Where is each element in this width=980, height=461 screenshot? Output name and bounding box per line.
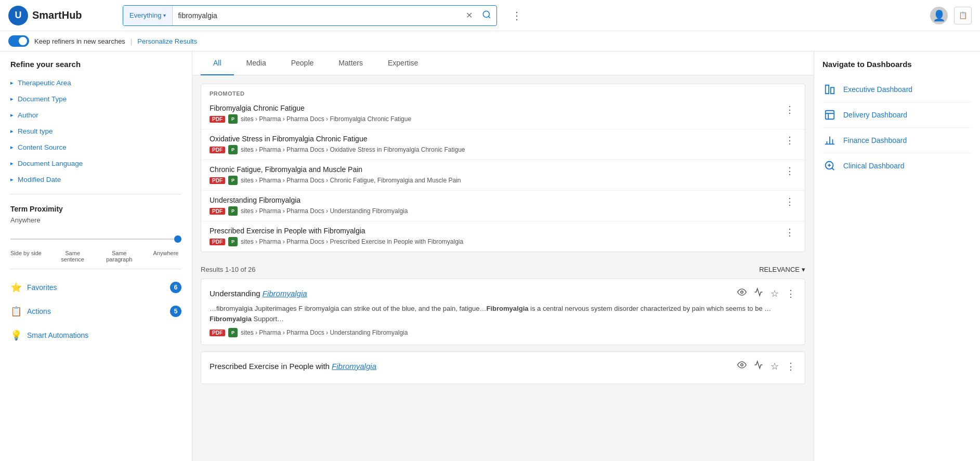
arrow-icon: ▸ bbox=[10, 96, 14, 102]
sidebar-divider bbox=[10, 194, 181, 194]
search-bar: Everything ▾ ✕ bbox=[123, 5, 497, 26]
filter-author[interactable]: ▸ Author bbox=[0, 107, 192, 123]
sidebar-divider-2 bbox=[10, 269, 181, 269]
header: U SmartHub Everything ▾ ✕ ⋮ 👤 📋 bbox=[0, 0, 980, 31]
arrow-icon: ▸ bbox=[10, 176, 14, 183]
slider-thumb[interactable] bbox=[174, 235, 181, 243]
clipboard-button[interactable]: 📋 bbox=[954, 7, 972, 24]
promoted-item: Prescribed Exercise in People with Fibro… bbox=[201, 221, 805, 252]
logo-area: U SmartHub bbox=[8, 6, 112, 25]
result-title[interactable]: Prescribed Exercise in People with Fibro… bbox=[210, 362, 376, 371]
promoted-item-more-button[interactable]: ⋮ bbox=[783, 135, 796, 146]
favorites-item[interactable]: ⭐ Favorites 6 bbox=[0, 275, 192, 299]
search-filter-label: Everything bbox=[129, 11, 161, 19]
promoted-item-more-button[interactable]: ⋮ bbox=[783, 196, 796, 207]
analytics-button[interactable] bbox=[753, 286, 764, 300]
user-icon: 👤 bbox=[933, 9, 946, 22]
clinical-dashboard-item[interactable]: Clinical Dashboard bbox=[822, 153, 972, 178]
search-input[interactable] bbox=[173, 11, 462, 20]
result-more-button[interactable]: ⋮ bbox=[785, 287, 796, 300]
promoted-item-title[interactable]: Prescribed Exercise in People with Fibro… bbox=[210, 227, 783, 235]
filter-label: Therapeutic Area bbox=[18, 79, 71, 87]
navigate-dashboards-title: Navigate to Dashboards bbox=[822, 60, 972, 69]
promoted-item: Oxidative Stress in Fibromyalgia Chronic… bbox=[201, 129, 805, 160]
filter-document-language[interactable]: ▸ Document Language bbox=[0, 155, 192, 172]
chart-bar-icon bbox=[822, 82, 837, 97]
tab-people[interactable]: People bbox=[279, 51, 326, 75]
pdf-badge: PDF bbox=[210, 330, 225, 336]
chevron-down-icon: ▾ bbox=[802, 266, 805, 273]
promoted-item-more-button[interactable]: ⋮ bbox=[783, 104, 796, 115]
executive-dashboard-label: Executive Dashboard bbox=[843, 85, 912, 94]
promoted-item-more-button[interactable]: ⋮ bbox=[783, 165, 796, 177]
header-more-button[interactable]: ⋮ bbox=[512, 9, 522, 22]
smart-automations-item[interactable]: 💡 Smart Automations bbox=[0, 323, 192, 347]
arrow-icon: ▸ bbox=[10, 80, 14, 86]
slider-label-same-sentence: Same sentence bbox=[57, 250, 88, 262]
view-button[interactable] bbox=[736, 286, 748, 300]
filter-result-type[interactable]: ▸ Result type bbox=[0, 123, 192, 139]
slider-track bbox=[10, 239, 181, 240]
promoted-item: Chronic Fatigue, Fibromyalgia and Muscle… bbox=[201, 160, 805, 191]
personalize-results-link[interactable]: Personalize Results bbox=[137, 37, 197, 45]
favorites-label: Favorites bbox=[27, 283, 57, 292]
executive-dashboard-item[interactable]: Executive Dashboard bbox=[822, 77, 972, 102]
keep-refiners-toggle[interactable] bbox=[8, 35, 29, 47]
search-filter-button[interactable]: Everything ▾ bbox=[123, 6, 173, 25]
clear-search-button[interactable]: ✕ bbox=[462, 10, 477, 20]
promoted-item-meta: PDF P sites › Pharma › Pharma Docs › Und… bbox=[210, 206, 783, 216]
actions-icon: 📋 bbox=[10, 306, 22, 317]
toggle-bar: Keep refiners in new searches | Personal… bbox=[0, 31, 980, 51]
site-icon: P bbox=[228, 176, 238, 185]
term-proximity-slider[interactable] bbox=[0, 228, 192, 250]
promoted-item-title[interactable]: Understanding Fibromyalgia bbox=[210, 196, 783, 204]
promoted-item: Fibromyalgia Chronic Fatigue PDF P sites… bbox=[201, 99, 805, 129]
svg-line-1 bbox=[488, 16, 490, 18]
pdf-badge: PDF bbox=[210, 239, 225, 245]
promoted-item-title[interactable]: Chronic Fatigue, Fibromyalgia and Muscle… bbox=[210, 165, 783, 174]
result-more-button[interactable]: ⋮ bbox=[785, 360, 796, 373]
delivery-dashboard-label: Delivery Dashboard bbox=[843, 111, 907, 119]
results-header: Results 1-10 of 26 RELEVANCE ▾ bbox=[192, 260, 814, 279]
tab-expertise[interactable]: Expertise bbox=[375, 51, 430, 75]
toggle-label: Keep refiners in new searches bbox=[34, 37, 125, 45]
actions-item[interactable]: 📋 Actions 5 bbox=[0, 299, 192, 323]
avatar[interactable]: 👤 bbox=[930, 7, 948, 24]
promoted-breadcrumb: sites › Pharma › Pharma Docs › Understan… bbox=[241, 207, 408, 215]
view-button[interactable] bbox=[736, 359, 748, 373]
tab-all[interactable]: All bbox=[201, 51, 234, 75]
search-submit-button[interactable] bbox=[477, 10, 496, 21]
clinical-dashboard-label: Clinical Dashboard bbox=[843, 162, 905, 170]
arrow-icon: ▸ bbox=[10, 160, 14, 167]
tab-media[interactable]: Media bbox=[234, 51, 279, 75]
refine-title: Refine your search bbox=[0, 60, 192, 75]
filter-content-source[interactable]: ▸ Content Source bbox=[0, 139, 192, 155]
promoted-item-more-button[interactable]: ⋮ bbox=[783, 227, 796, 238]
logo-icon: U bbox=[8, 6, 28, 25]
left-sidebar: Refine your search ▸ Therapeutic Area ▸ … bbox=[0, 51, 192, 461]
result-actions: ☆ ⋮ bbox=[736, 286, 796, 300]
delivery-dashboard-item[interactable]: Delivery Dashboard bbox=[822, 102, 972, 128]
favorite-button[interactable]: ☆ bbox=[769, 360, 780, 373]
filter-modified-date[interactable]: ▸ Modified Date bbox=[0, 172, 192, 188]
promoted-breadcrumb: sites › Pharma › Pharma Docs › Prescribe… bbox=[241, 238, 463, 245]
header-right: 👤 📋 bbox=[930, 7, 972, 24]
site-icon: P bbox=[228, 206, 238, 216]
right-sidebar: Navigate to Dashboards Executive Dashboa… bbox=[814, 51, 980, 461]
promoted-breadcrumb: sites › Pharma › Pharma Docs › Chronic F… bbox=[241, 177, 461, 184]
svg-point-0 bbox=[483, 11, 489, 17]
slider-label-anywhere: Anywhere bbox=[150, 250, 181, 262]
finance-dashboard-item[interactable]: Finance Dashboard bbox=[822, 128, 972, 153]
promoted-item-title[interactable]: Fibromyalgia Chronic Fatigue bbox=[210, 104, 783, 112]
result-title[interactable]: Understanding Fibromyalgia bbox=[210, 289, 307, 298]
filter-document-type[interactable]: ▸ Document Type bbox=[0, 91, 192, 107]
relevance-sort-button[interactable]: RELEVANCE ▾ bbox=[759, 266, 805, 273]
analytics-button[interactable] bbox=[753, 359, 764, 373]
slider-labels: Side by side Same sentence Same paragrap… bbox=[0, 250, 192, 262]
filter-therapeutic-area[interactable]: ▸ Therapeutic Area bbox=[0, 75, 192, 91]
promoted-item-meta: PDF P sites › Pharma › Pharma Docs › Fib… bbox=[210, 114, 783, 124]
tab-matters[interactable]: Matters bbox=[326, 51, 375, 75]
favorite-button[interactable]: ☆ bbox=[769, 287, 780, 300]
promoted-item-title[interactable]: Oxidative Stress in Fibromyalgia Chronic… bbox=[210, 135, 783, 143]
app-name: SmartHub bbox=[32, 9, 82, 21]
